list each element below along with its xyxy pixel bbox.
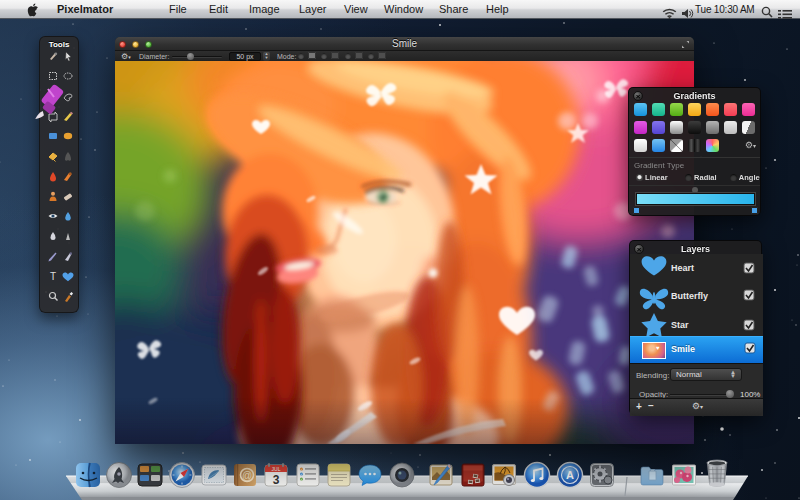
svg-text:JUL: JUL [272,466,281,472]
svg-text:A: A [566,469,574,481]
svg-text:@: @ [242,470,252,481]
svg-text:Heart: Heart [671,263,694,273]
svg-text:3: 3 [273,473,280,487]
svg-text:Star: Star [671,320,689,330]
svg-text:Butterfly: Butterfly [671,291,708,301]
svg-text:T: T [50,271,56,282]
